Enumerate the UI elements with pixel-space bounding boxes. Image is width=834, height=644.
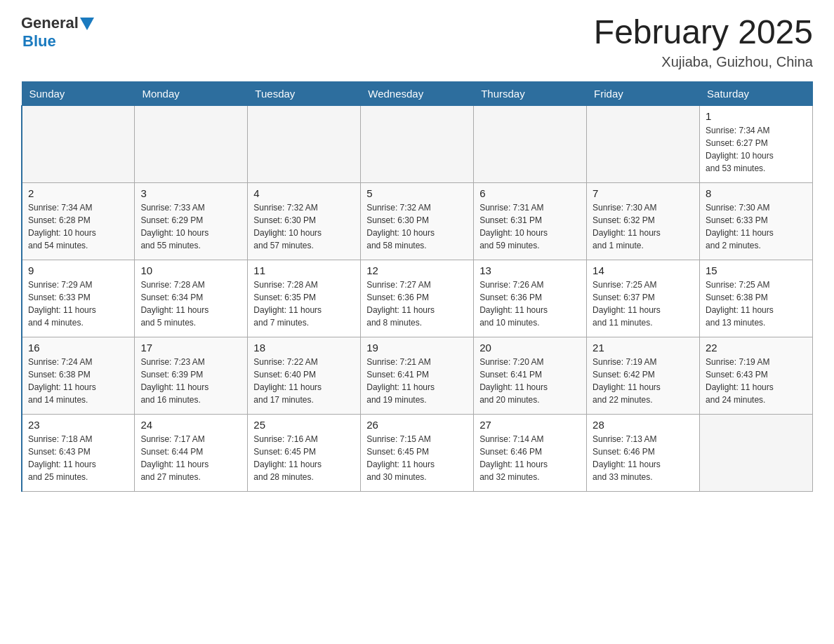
title-block: February 2025 Xujiaba, Guizhou, China <box>594 14 813 70</box>
weekday-header-row: SundayMondayTuesdayWednesdayThursdayFrid… <box>22 81 813 105</box>
day-info: Sunrise: 7:27 AM Sunset: 6:36 PM Dayligh… <box>366 279 468 329</box>
day-number: 28 <box>593 419 694 431</box>
day-info: Sunrise: 7:25 AM Sunset: 6:38 PM Dayligh… <box>706 279 807 329</box>
weekday-header-thursday: Thursday <box>474 81 587 105</box>
day-info: Sunrise: 7:15 AM Sunset: 6:45 PM Dayligh… <box>366 433 468 483</box>
day-info: Sunrise: 7:34 AM Sunset: 6:28 PM Dayligh… <box>28 201 128 252</box>
calendar-cell: 2Sunrise: 7:34 AM Sunset: 6:28 PM Daylig… <box>22 182 135 260</box>
day-number: 20 <box>479 342 581 354</box>
calendar-cell: 15Sunrise: 7:25 AM Sunset: 6:38 PM Dayli… <box>700 260 813 337</box>
day-number: 8 <box>706 187 807 199</box>
day-number: 10 <box>140 264 241 276</box>
day-info: Sunrise: 7:28 AM Sunset: 6:34 PM Dayligh… <box>140 279 241 329</box>
calendar-cell: 11Sunrise: 7:28 AM Sunset: 6:35 PM Dayli… <box>248 260 361 337</box>
calendar-table: SundayMondayTuesdayWednesdayThursdayFrid… <box>21 81 813 492</box>
calendar-cell: 7Sunrise: 7:30 AM Sunset: 6:32 PM Daylig… <box>587 182 700 260</box>
calendar-cell: 1Sunrise: 7:34 AM Sunset: 6:27 PM Daylig… <box>700 105 813 182</box>
day-number: 2 <box>28 187 128 199</box>
logo-general: General <box>21 14 79 32</box>
calendar-subtitle: Xujiaba, Guizhou, China <box>594 54 813 70</box>
day-info: Sunrise: 7:31 AM Sunset: 6:31 PM Dayligh… <box>479 201 581 252</box>
day-number: 23 <box>28 419 128 431</box>
calendar-cell: 27Sunrise: 7:14 AM Sunset: 6:46 PM Dayli… <box>474 414 587 491</box>
day-info: Sunrise: 7:22 AM Sunset: 6:40 PM Dayligh… <box>253 356 355 406</box>
day-number: 19 <box>366 342 468 354</box>
weekday-header-monday: Monday <box>135 81 248 105</box>
calendar-cell: 20Sunrise: 7:20 AM Sunset: 6:41 PM Dayli… <box>474 337 587 414</box>
calendar-cell: 21Sunrise: 7:19 AM Sunset: 6:42 PM Dayli… <box>587 337 700 414</box>
day-number: 15 <box>706 264 807 276</box>
calendar-week-row: 2Sunrise: 7:34 AM Sunset: 6:28 PM Daylig… <box>22 182 813 260</box>
calendar-week-row: 1Sunrise: 7:34 AM Sunset: 6:27 PM Daylig… <box>22 105 813 182</box>
day-info: Sunrise: 7:33 AM Sunset: 6:29 PM Dayligh… <box>140 201 241 252</box>
calendar-cell: 13Sunrise: 7:26 AM Sunset: 6:36 PM Dayli… <box>474 260 587 337</box>
day-number: 4 <box>253 187 355 199</box>
calendar-cell <box>22 105 135 182</box>
day-info: Sunrise: 7:18 AM Sunset: 6:43 PM Dayligh… <box>28 433 128 483</box>
day-info: Sunrise: 7:26 AM Sunset: 6:36 PM Dayligh… <box>479 279 581 329</box>
calendar-cell: 28Sunrise: 7:13 AM Sunset: 6:46 PM Dayli… <box>587 414 700 491</box>
calendar-cell <box>587 105 700 182</box>
day-number: 16 <box>28 342 128 354</box>
calendar-cell <box>474 105 587 182</box>
day-number: 26 <box>366 419 468 431</box>
day-number: 1 <box>706 110 807 122</box>
day-info: Sunrise: 7:29 AM Sunset: 6:33 PM Dayligh… <box>28 279 128 329</box>
calendar-week-row: 16Sunrise: 7:24 AM Sunset: 6:38 PM Dayli… <box>22 337 813 414</box>
calendar-cell: 18Sunrise: 7:22 AM Sunset: 6:40 PM Dayli… <box>248 337 361 414</box>
calendar-cell: 19Sunrise: 7:21 AM Sunset: 6:41 PM Dayli… <box>361 337 474 414</box>
calendar-cell: 3Sunrise: 7:33 AM Sunset: 6:29 PM Daylig… <box>135 182 248 260</box>
calendar-title: February 2025 <box>594 14 813 51</box>
day-info: Sunrise: 7:32 AM Sunset: 6:30 PM Dayligh… <box>366 201 468 252</box>
calendar-cell: 16Sunrise: 7:24 AM Sunset: 6:38 PM Dayli… <box>22 337 135 414</box>
calendar-cell <box>135 105 248 182</box>
calendar-cell: 5Sunrise: 7:32 AM Sunset: 6:30 PM Daylig… <box>361 182 474 260</box>
calendar-cell: 26Sunrise: 7:15 AM Sunset: 6:45 PM Dayli… <box>361 414 474 491</box>
calendar-week-row: 23Sunrise: 7:18 AM Sunset: 6:43 PM Dayli… <box>22 414 813 491</box>
svg-marker-0 <box>80 18 94 30</box>
day-info: Sunrise: 7:23 AM Sunset: 6:39 PM Dayligh… <box>140 356 241 406</box>
day-info: Sunrise: 7:19 AM Sunset: 6:42 PM Dayligh… <box>593 356 694 406</box>
calendar-cell: 4Sunrise: 7:32 AM Sunset: 6:30 PM Daylig… <box>248 182 361 260</box>
calendar-cell <box>361 105 474 182</box>
day-number: 9 <box>28 264 128 276</box>
day-info: Sunrise: 7:25 AM Sunset: 6:37 PM Dayligh… <box>593 279 694 329</box>
day-number: 6 <box>479 187 581 199</box>
weekday-header-tuesday: Tuesday <box>248 81 361 105</box>
day-number: 21 <box>593 342 694 354</box>
day-info: Sunrise: 7:34 AM Sunset: 6:27 PM Dayligh… <box>706 124 807 175</box>
day-number: 12 <box>366 264 468 276</box>
day-number: 14 <box>593 264 694 276</box>
calendar-cell: 17Sunrise: 7:23 AM Sunset: 6:39 PM Dayli… <box>135 337 248 414</box>
calendar-cell: 14Sunrise: 7:25 AM Sunset: 6:37 PM Dayli… <box>587 260 700 337</box>
day-info: Sunrise: 7:32 AM Sunset: 6:30 PM Dayligh… <box>253 201 355 252</box>
day-info: Sunrise: 7:21 AM Sunset: 6:41 PM Dayligh… <box>366 356 468 406</box>
calendar-cell: 6Sunrise: 7:31 AM Sunset: 6:31 PM Daylig… <box>474 182 587 260</box>
day-number: 27 <box>479 419 581 431</box>
day-info: Sunrise: 7:28 AM Sunset: 6:35 PM Dayligh… <box>253 279 355 329</box>
logo: General Blue <box>21 14 94 51</box>
calendar-cell: 12Sunrise: 7:27 AM Sunset: 6:36 PM Dayli… <box>361 260 474 337</box>
day-number: 25 <box>253 419 355 431</box>
page-header: General Blue February 2025 Xujiaba, Guiz… <box>21 14 813 70</box>
day-number: 17 <box>140 342 241 354</box>
calendar-cell <box>700 414 813 491</box>
calendar-cell: 25Sunrise: 7:16 AM Sunset: 6:45 PM Dayli… <box>248 414 361 491</box>
day-info: Sunrise: 7:17 AM Sunset: 6:44 PM Dayligh… <box>140 433 241 483</box>
weekday-header-sunday: Sunday <box>22 81 135 105</box>
day-info: Sunrise: 7:19 AM Sunset: 6:43 PM Dayligh… <box>706 356 807 406</box>
calendar-cell: 22Sunrise: 7:19 AM Sunset: 6:43 PM Dayli… <box>700 337 813 414</box>
day-info: Sunrise: 7:14 AM Sunset: 6:46 PM Dayligh… <box>479 433 581 483</box>
day-info: Sunrise: 7:30 AM Sunset: 6:33 PM Dayligh… <box>706 201 807 252</box>
day-number: 18 <box>253 342 355 354</box>
day-number: 3 <box>140 187 241 199</box>
calendar-cell: 23Sunrise: 7:18 AM Sunset: 6:43 PM Dayli… <box>22 414 135 491</box>
day-number: 7 <box>593 187 694 199</box>
day-number: 13 <box>479 264 581 276</box>
day-number: 5 <box>366 187 468 199</box>
day-number: 11 <box>253 264 355 276</box>
calendar-cell: 8Sunrise: 7:30 AM Sunset: 6:33 PM Daylig… <box>700 182 813 260</box>
day-info: Sunrise: 7:20 AM Sunset: 6:41 PM Dayligh… <box>479 356 581 406</box>
day-info: Sunrise: 7:24 AM Sunset: 6:38 PM Dayligh… <box>28 356 128 406</box>
calendar-week-row: 9Sunrise: 7:29 AM Sunset: 6:33 PM Daylig… <box>22 260 813 337</box>
